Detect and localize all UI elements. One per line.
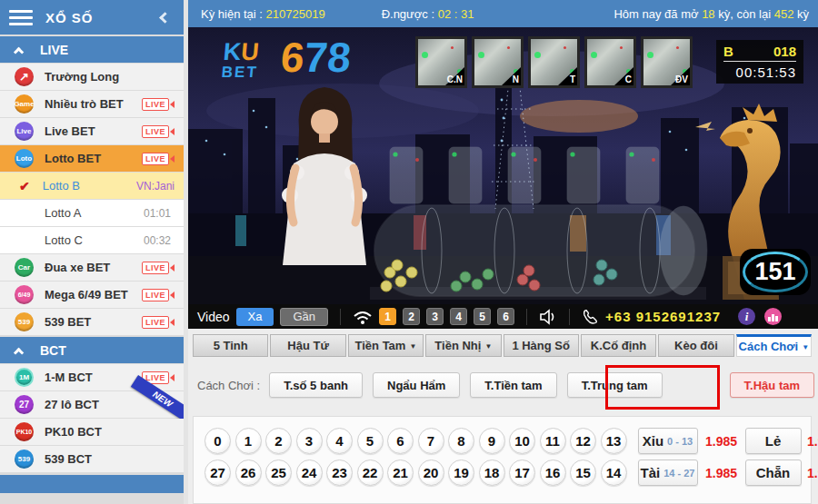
cam-thumbnail-t[interactable]: T	[528, 36, 580, 88]
number-ball[interactable]: 1	[235, 428, 262, 454]
chevron-up-icon	[14, 348, 24, 358]
number-ball[interactable]: 21	[387, 460, 414, 486]
sidebar-item-label: Mega 6/49 BET	[45, 288, 142, 301]
pk10-icon: PK10	[15, 422, 34, 441]
channel-3-button[interactable]: 3	[426, 308, 444, 325]
elapsed-timer: 00:51:53	[723, 62, 796, 80]
sidebar-item-pk10-bct[interactable]: PK10 PK10 BCT	[0, 419, 184, 445]
sidebar-item-truong-long[interactable]: ↗ Trường Long	[0, 64, 184, 90]
sidebar-item-lotto-c[interactable]: Lotto C 00:32	[0, 227, 184, 253]
number-ball[interactable]: 18	[479, 460, 505, 486]
sidebar-item-nhieu-tro-bet[interactable]: Game Nhiều trò BET LIVE	[0, 91, 184, 117]
tab-hau-tu[interactable]: Hậu Tứ	[270, 334, 345, 357]
number-ball[interactable]: 8	[448, 428, 474, 454]
number-ball[interactable]: 11	[540, 428, 566, 454]
number-ball[interactable]: 25	[265, 460, 292, 486]
tab-1-hang-so[interactable]: 1 Hàng Số	[504, 334, 579, 357]
channel-2-button[interactable]: 2	[403, 308, 420, 325]
number-ball[interactable]: 19	[448, 460, 474, 486]
channel-5-button[interactable]: 5	[474, 308, 491, 325]
number-ball[interactable]: 7	[418, 428, 444, 454]
speaker-icon[interactable]	[539, 309, 557, 325]
tab-5-tinh[interactable]: 5 Tinh	[193, 334, 268, 357]
number-ball[interactable]: 3	[296, 428, 323, 454]
mode-ngau-ham[interactable]: Ngẩu Hẩm	[373, 372, 460, 398]
mode-tso-5-banh[interactable]: T.số 5 banh	[269, 372, 363, 398]
number-ball[interactable]: 14	[601, 460, 627, 486]
number-ball[interactable]: 5	[357, 428, 384, 454]
dealer-tag: VN:Jani	[136, 180, 175, 193]
tab-k-co-dinh[interactable]: K.Cố định	[581, 334, 656, 357]
number-ball[interactable]: 2	[265, 428, 292, 454]
tab-keo-doi[interactable]: Kèo đôi	[658, 334, 733, 357]
tab-tien-tam[interactable]: Tiền Tam▼	[348, 334, 424, 357]
sidebar-item-dua-xe-bet[interactable]: Car Đua xe BET LIVE	[0, 254, 184, 281]
number-ball[interactable]: 26	[235, 460, 262, 486]
section-header-bct[interactable]: BCT	[0, 337, 184, 363]
section-header-partial[interactable]	[0, 475, 184, 493]
sidebar-item-lotto-bet[interactable]: Loto Lotto BET LIVE	[0, 145, 184, 172]
channel-6-button[interactable]: 6	[497, 308, 514, 325]
bet-le-button[interactable]: Lẻ	[745, 428, 802, 454]
27-icon: 27	[15, 395, 34, 414]
sidebar-item-539-bet[interactable]: 539 539 BET LIVE	[0, 309, 184, 335]
sidebar-item-lotto-a[interactable]: Lotto A 01:01	[0, 200, 184, 226]
camera-near-button[interactable]: Gần	[280, 308, 328, 326]
number-ball[interactable]: 9	[479, 428, 505, 454]
number-ball[interactable]: 13	[601, 428, 627, 454]
loto-icon: Loto	[15, 149, 34, 168]
sidebar-item-mega-649-bet[interactable]: 6/49 Mega 6/49 BET LIVE	[0, 282, 184, 308]
stats-chart-icon[interactable]	[764, 308, 782, 325]
bet-type-tabs: 5 Tinh Hậu Tứ Tiền Tam▼ Tiền Nhị▼ 1 Hàng…	[193, 334, 812, 357]
bet-chan-button[interactable]: Chẵn	[745, 460, 802, 486]
cam-thumbnail-c[interactable]: C	[584, 36, 636, 88]
info-icon[interactable]: i	[738, 308, 755, 325]
number-ball[interactable]: 24	[296, 460, 323, 486]
number-ball[interactable]: 22	[357, 460, 384, 486]
number-ball[interactable]: 27	[204, 460, 231, 486]
sidebar-item-live-bet[interactable]: Live Live BET LIVE	[0, 118, 184, 144]
phone-icon	[582, 309, 599, 325]
tab-tien-nhi[interactable]: Tiền Nhị▼	[425, 334, 501, 357]
chart-up-icon: ↗	[15, 67, 34, 86]
live-badge: LIVE	[142, 125, 175, 138]
sidebar-item-lotto-b[interactable]: ✔ Lotto B VN:Jani	[0, 173, 184, 199]
tab-cach-choi[interactable]: Cách Chơi▼	[736, 334, 812, 357]
number-ball[interactable]: 20	[418, 460, 444, 486]
mode-t-tien-tam[interactable]: T.Tiền tam	[470, 372, 556, 398]
kubet678-logo: KU BET 678	[221, 40, 261, 80]
camera-icon	[170, 374, 175, 381]
mode-t-hau-tam[interactable]: T.Hậu tam	[730, 372, 814, 398]
channel-1-button[interactable]: 1	[379, 308, 396, 325]
live-video-stream[interactable]: KU BET 678 C.N N T C ĐV B018 00:51:53 15…	[188, 27, 818, 304]
cam-thumbnail-cn[interactable]: C.N	[415, 36, 467, 88]
number-ball[interactable]: 10	[509, 428, 535, 454]
sidebar-item-label: Lotto C	[45, 233, 144, 247]
number-ball[interactable]: 15	[570, 460, 596, 486]
bet-xiu-button[interactable]: Xỉu0 - 13	[638, 428, 698, 454]
number-ball[interactable]: 4	[326, 428, 353, 454]
section-header-live[interactable]: LIVE	[0, 36, 184, 63]
chevron-down-icon: ▼	[484, 342, 492, 351]
mode-t-trung-tam[interactable]: T.Trung tam	[567, 372, 663, 398]
round-timer-display: B018 00:51:53	[716, 40, 803, 84]
live-badge: LIVE	[142, 262, 175, 274]
sidebar-item-27-lo-bct[interactable]: 27 27 lô BCT NEW	[0, 391, 184, 418]
number-ball[interactable]: 12	[570, 428, 596, 454]
sidebar-header: XỔ SỐ	[0, 0, 184, 35]
number-ball[interactable]: 6	[387, 428, 414, 454]
channel-4-button[interactable]: 4	[450, 308, 467, 325]
number-ball[interactable]: 0	[204, 428, 231, 454]
hamburger-menu-icon[interactable]	[9, 10, 33, 25]
collapse-sidebar-icon[interactable]	[159, 12, 171, 24]
cam-thumbnail-dv[interactable]: ĐV	[641, 36, 693, 88]
camera-far-button[interactable]: Xa	[236, 308, 274, 326]
number-ball[interactable]: 17	[509, 460, 535, 486]
current-round: Kỳ hiện tại : 210725019	[201, 7, 325, 21]
number-ball[interactable]: 23	[326, 460, 353, 486]
cam-thumbnail-n[interactable]: N	[472, 36, 524, 88]
number-ball[interactable]: 16	[540, 460, 566, 486]
bet-tai-button[interactable]: Tài14 - 27	[638, 460, 698, 486]
live-badge: LIVE	[142, 289, 175, 301]
sidebar-item-539-bct[interactable]: 539 539 BCT	[0, 446, 184, 472]
